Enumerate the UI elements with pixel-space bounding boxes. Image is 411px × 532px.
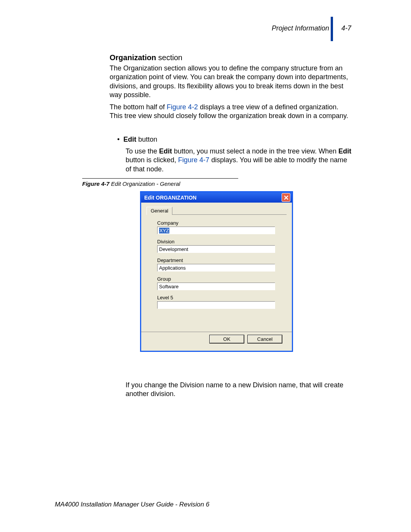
dialog-body: General Company XYZ Division Development… [141,203,292,351]
field-company: Company XYZ [157,220,287,234]
field-level5: Level 5 [157,295,287,309]
p3-e: button is clicked, [126,156,178,164]
paragraph-4: If you change the Division name to a new… [126,381,354,399]
dialog-button-row: OK Cancel [147,332,287,347]
field-division: Division Development [157,239,287,253]
input-division-value: Development [159,246,188,252]
p3-edit-1: Edit [159,147,172,155]
paragraph-2-pre: The bottom half of [110,103,167,111]
footer-text: MA4000 Installation Manager User Guide -… [55,501,209,508]
label-company: Company [157,220,287,226]
ok-button[interactable]: OK [210,335,244,343]
p3-a: To use the [126,147,159,155]
figure-link-4-2[interactable]: Figure 4-2 [167,103,198,111]
input-department[interactable]: Applications [157,264,275,272]
document-page: Project Information 4-7 Organization sec… [0,0,411,532]
figure-caption-rest: Edit Organization - General [110,181,180,187]
section-heading-bold: Organization [110,53,156,62]
input-level5[interactable] [157,301,275,309]
input-company-value: XYZ [159,228,169,233]
paragraph-1: The Organization section allows you to d… [110,64,353,100]
paragraph-3: To use the Edit button, you must select … [126,147,354,174]
dialog-titlebar: Edit ORGANIZATION [141,192,292,203]
close-button[interactable] [282,193,290,202]
label-group: Group [157,276,287,282]
tab-general[interactable]: General [147,207,172,215]
bullet-edit-bold: Edit [123,136,136,143]
label-department: Department [157,257,287,263]
bullet-edit-rest: button [136,136,157,143]
p3-edit-2: Edit [338,147,351,155]
figure-link-4-7[interactable]: Figure 4-7 [178,156,209,164]
header-page-number: 4-7 [341,24,351,32]
figure-caption-bold: Figure 4-7 [82,181,110,187]
label-division: Division [157,239,287,244]
figure-caption: Figure 4-7 Edit Organization - General [82,181,180,187]
section-heading: Organization section [110,53,182,62]
edit-organization-dialog: Edit ORGANIZATION General Company XYZ Di… [140,191,293,352]
close-icon [284,195,288,200]
input-group[interactable]: Software [157,283,275,290]
input-division[interactable]: Development [157,245,275,253]
field-department: Department Applications [157,257,287,272]
label-level5: Level 5 [157,295,287,300]
p3-c: button, you must select a node in the tr… [172,147,338,155]
input-group-value: Software [159,284,178,289]
dialog-title: Edit ORGANIZATION [144,195,196,201]
figure-rule [82,178,238,179]
section-heading-rest: section [156,53,182,62]
header-accent-bar [331,17,333,41]
input-department-value: Applications [159,265,186,271]
input-company[interactable]: XYZ [157,227,275,234]
bullet-edit: • Edit button [117,136,157,144]
cancel-button[interactable]: Cancel [248,335,282,343]
paragraph-2: The bottom half of Figure 4-2 displays a… [110,103,353,121]
header-section-name: Project Information [247,24,329,32]
field-group: Group Software [157,276,287,290]
